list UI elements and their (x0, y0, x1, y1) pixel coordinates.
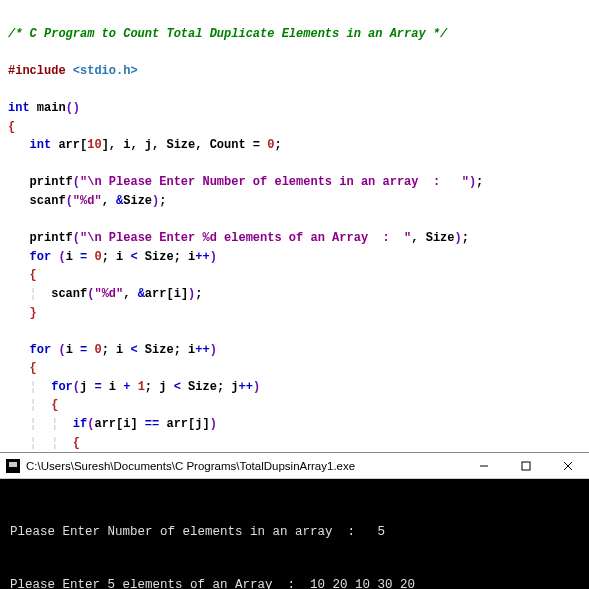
maximize-button[interactable] (505, 453, 547, 479)
console-window: C:\Users\Suresh\Documents\C Programs\Tot… (0, 452, 589, 589)
preproc-include: #include (8, 64, 66, 78)
window-titlebar[interactable]: C:\Users\Suresh\Documents\C Programs\Tot… (0, 453, 589, 479)
include-header: <stdio.h> (73, 64, 138, 78)
close-button[interactable] (547, 453, 589, 479)
minimize-button[interactable] (463, 453, 505, 479)
kw-int: int (8, 101, 30, 115)
code-comment: /* C Program to Count Total Duplicate El… (8, 27, 447, 41)
app-icon (6, 459, 20, 473)
window-title: C:\Users\Suresh\Documents\C Programs\Tot… (26, 460, 463, 472)
svg-rect-1 (522, 462, 530, 470)
fn-main: main (37, 101, 66, 115)
console-line: Please Enter 5 elements of an Array : 10… (10, 578, 415, 589)
console-line: Please Enter Number of elements in an ar… (10, 525, 385, 539)
console-output: Please Enter Number of elements in an ar… (0, 479, 589, 589)
